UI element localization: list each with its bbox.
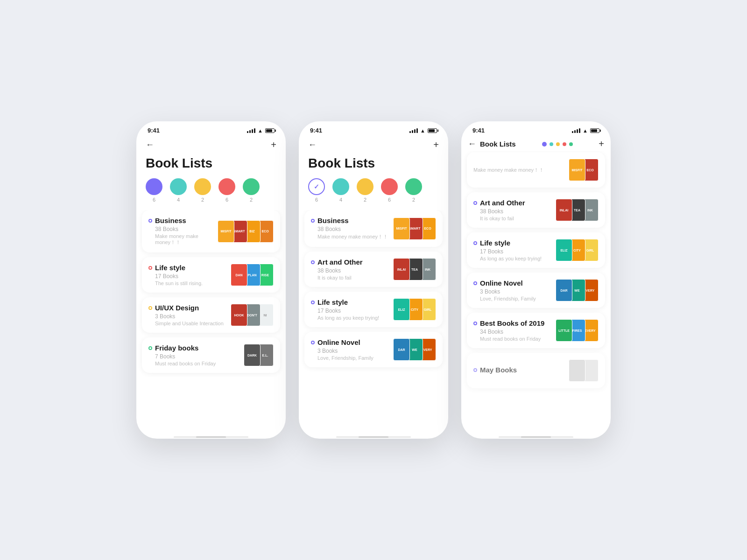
nav-left-3: ← Book Lists: [468, 139, 516, 149]
book-info-lifestyle-3: Life style 17 Books As long as you keep …: [473, 239, 555, 261]
filter-circle-yellow-2: [357, 178, 374, 195]
phone-1: 9:41 ▲ ← + Book Lists 6: [136, 121, 286, 439]
book-info-uiux-1: UI/UX Design 3 Books Simple and Usable I…: [148, 304, 230, 326]
book-info-top-partial: Make money make money！！: [473, 167, 568, 174]
filter-purple-1[interactable]: 6: [146, 178, 162, 203]
signal-icon-1: [247, 128, 255, 133]
covers-art-3: INLAI TEA INK: [559, 199, 599, 221]
cover-b2-1: MISFIT: [393, 217, 410, 240]
book-info-lifestyle-2: Life style 17 Books As long as you keep …: [311, 298, 392, 321]
list-item-art-3[interactable]: Art and Other 38 Books It is okay to fai…: [467, 192, 605, 228]
filter-teal-2[interactable]: 4: [332, 178, 349, 203]
list-item-business-2[interactable]: Business 38 Books Make money make money！…: [304, 210, 443, 247]
status-icons-2: ▲: [409, 128, 437, 133]
book-info-business-1: Business 38 Books Make money make money！…: [148, 217, 217, 246]
title-novel-2: Online Novel: [317, 338, 360, 346]
filter-yellow-2[interactable]: 2: [357, 178, 374, 203]
desc-art-2: It is okay to fail: [311, 275, 392, 280]
cover-n3-1: DAR: [556, 279, 572, 301]
nav-dot-green: [569, 142, 573, 146]
phone-3: 9:41 ▲ ← Book Lists: [461, 121, 611, 439]
desc-business-2: Make money make money！！: [311, 233, 392, 240]
covers-lifestyle-3: ELIZ CITY GIRL: [559, 239, 599, 261]
title-business-1: Business: [155, 217, 186, 224]
list-item-uiux-1[interactable]: UI/UX Design 3 Books Simple and Usable I…: [142, 297, 280, 333]
count-novel-3: 3 Books: [473, 288, 555, 295]
add-button-3[interactable]: +: [599, 139, 604, 149]
filter-red-1[interactable]: 6: [218, 178, 235, 203]
title-lifestyle-2: Life style: [317, 298, 348, 306]
filter-green-1[interactable]: 2: [243, 178, 260, 203]
list-item-friday-1[interactable]: Friday books 7 Books Must read books on …: [142, 337, 280, 373]
book-title-row-n3: Online Novel: [473, 279, 555, 287]
status-bar-1: 9:41 ▲: [136, 121, 286, 136]
filter-green-2[interactable]: 2: [405, 178, 422, 203]
page-title-1: Book Lists: [136, 152, 286, 176]
add-button-2[interactable]: +: [433, 140, 439, 150]
dot-novel-3: [473, 281, 477, 285]
dot-best-3: [473, 322, 477, 325]
filter-circle-purple-1: [146, 178, 162, 195]
phone-2: 9:41 ▲ ← + Book Lists 6: [299, 121, 448, 439]
back-button-3[interactable]: ←: [468, 139, 476, 149]
book-title-row-b2: Business: [311, 217, 392, 224]
list-item-novel-3[interactable]: Online Novel 3 Books Love, Friendship, F…: [467, 273, 605, 308]
list-item-top-partial[interactable]: Make money make money！！ MISFIT ECO: [467, 152, 605, 188]
covers-lifestyle-1: DAN PLAN RISE: [234, 264, 274, 286]
count-friday-1: 7 Books: [148, 353, 243, 360]
dot-novel-2: [311, 341, 315, 344]
list-item-lifestyle-2[interactable]: Life style 17 Books As long as you keep …: [304, 292, 443, 327]
color-filters-1: 6 4 2 6 2: [136, 176, 286, 210]
title-best-3: Best Books of 2019: [480, 319, 544, 327]
count-uiux-1: 3 Books: [148, 313, 230, 320]
dot-lifestyle-1: [148, 266, 152, 270]
list-item-best-3[interactable]: Best Books of 2019 34 Books Must read bo…: [467, 313, 605, 348]
back-button-1[interactable]: ←: [146, 140, 154, 150]
list-item-novel-2[interactable]: Online Novel 3 Books Love, Friendship, F…: [304, 332, 443, 367]
cover-1: MISFIT: [218, 220, 234, 243]
filter-count-r2: 6: [388, 197, 391, 203]
back-button-2[interactable]: ←: [308, 140, 317, 150]
list-item-art-2[interactable]: Art and Other 38 Books It is okay to fai…: [304, 252, 443, 287]
list-item-may-3[interactable]: May Books: [467, 353, 605, 388]
page-title-3: Book Lists: [480, 140, 516, 148]
filter-teal-1[interactable]: 4: [170, 178, 187, 203]
book-info-business-2: Business 38 Books Make money make money！…: [311, 217, 392, 240]
dot-art-2: [311, 260, 315, 264]
wifi-icon-1: ▲: [258, 128, 263, 133]
list-item-lifestyle-1[interactable]: Life style 17 Books The sun is still ris…: [142, 257, 280, 293]
cover-tp-1: MISFIT: [569, 159, 585, 181]
book-info-lifestyle-1: Life style 17 Books The sun is still ris…: [148, 264, 230, 286]
filter-red-2[interactable]: 6: [381, 178, 398, 203]
list-item-business-1[interactable]: Business 38 Books Make money make money！…: [142, 210, 280, 252]
filter-count-green-1: 2: [250, 197, 253, 203]
covers-business-2: MISFIT SMART ECO: [397, 217, 436, 240]
filter-circle-teal-1: [170, 178, 187, 195]
filter-yellow-1[interactable]: 2: [194, 178, 211, 203]
filter-circle-red-2: [381, 178, 398, 195]
add-button-1[interactable]: +: [271, 140, 276, 150]
list-item-lifestyle-3[interactable]: Life style 17 Books As long as you keep …: [467, 232, 605, 268]
book-info-best-3: Best Books of 2019 34 Books Must read bo…: [473, 319, 555, 342]
phones-container: 9:41 ▲ ← + Book Lists 6: [136, 121, 611, 439]
book-info-art-2: Art and Other 38 Books It is okay to fai…: [311, 258, 392, 280]
count-best-3: 34 Books: [473, 329, 555, 335]
filter-purple-2[interactable]: 6: [308, 178, 325, 203]
title-art-2: Art and Other: [317, 258, 363, 266]
status-icons-3: ▲: [572, 128, 599, 133]
filter-circle-teal-2: [332, 178, 349, 195]
filter-circle-yellow-1: [194, 178, 211, 195]
book-info-art-3: Art and Other 38 Books It is okay to fai…: [473, 199, 555, 221]
cover-ls-1: DAN: [231, 264, 247, 286]
nav-dot-purple: [542, 142, 547, 147]
count-novel-2: 3 Books: [311, 348, 392, 354]
nav-bar-2: ← +: [299, 136, 448, 152]
book-title-row-ls1: Life style: [148, 264, 230, 272]
count-lifestyle-2: 17 Books: [311, 308, 392, 314]
dot-lifestyle-3: [473, 241, 477, 245]
title-novel-3: Online Novel: [480, 279, 523, 287]
scrollbar-1: [174, 436, 248, 438]
wifi-icon-3: ▲: [583, 128, 588, 133]
filter-count-teal-1: 4: [177, 197, 180, 203]
title-business-2: Business: [317, 217, 349, 224]
